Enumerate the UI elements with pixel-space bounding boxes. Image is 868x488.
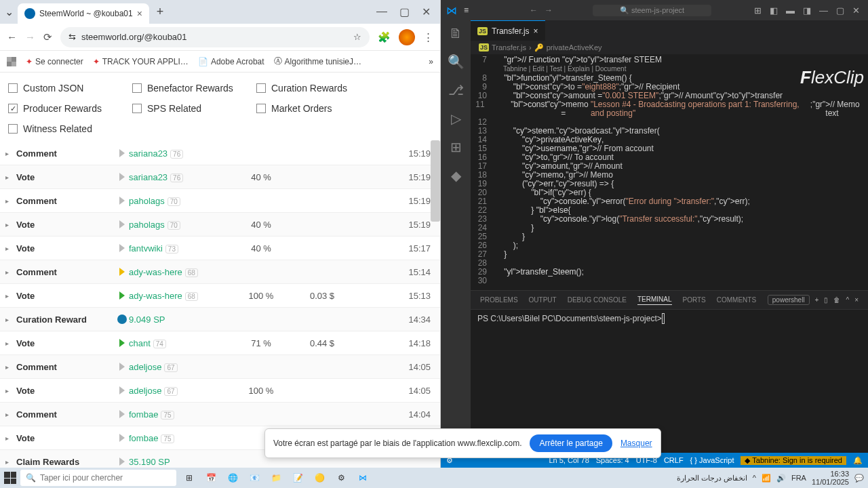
op-row[interactable]: ▸Commentpaholags7015:19 bbox=[0, 189, 440, 213]
bookmark-acrobat[interactable]: 📄Adobe Acrobat bbox=[198, 57, 264, 66]
app-chrome[interactable]: 🟡 bbox=[311, 469, 328, 487]
op-row[interactable]: ▸Curation Reward9.049 SP14:34 bbox=[0, 308, 440, 331]
app-unknown[interactable]: ⚙ bbox=[332, 469, 350, 487]
shell-label[interactable]: powershell bbox=[768, 295, 810, 305]
bookmarks-overflow-icon[interactable]: » bbox=[429, 57, 433, 66]
weather[interactable]: انخفاض درجات الحرارة bbox=[677, 474, 747, 483]
split-terminal-icon[interactable]: ▯ bbox=[824, 296, 828, 304]
op-row[interactable]: ▸Commentfombae7514:04 bbox=[0, 403, 440, 426]
tray-wifi-icon[interactable]: 📶 bbox=[762, 474, 771, 483]
maximize-icon[interactable]: ▢ bbox=[399, 5, 410, 18]
filter-sps[interactable]: SPS Related bbox=[128, 98, 252, 119]
apps-icon[interactable] bbox=[7, 57, 16, 66]
start-button[interactable] bbox=[4, 472, 16, 484]
tray-sound-icon[interactable]: 🔊 bbox=[776, 474, 786, 483]
app-outlook[interactable]: 📧 bbox=[245, 469, 263, 487]
app-explorer[interactable]: 📁 bbox=[267, 469, 285, 487]
tabnine-status[interactable]: ◆ Tabnine: Sign in is required bbox=[741, 456, 846, 465]
tab-output[interactable]: OUTPUT bbox=[529, 296, 557, 304]
url-field[interactable]: ⇆ steemworld.org/@kouba01 ☆ bbox=[60, 27, 370, 47]
close-icon[interactable]: ✕ bbox=[422, 5, 431, 18]
stop-share-button[interactable]: Arrêter le partage bbox=[530, 434, 612, 452]
source-control-icon[interactable]: ⎇ bbox=[448, 82, 464, 98]
nav-back-icon[interactable]: ← bbox=[530, 5, 538, 15]
lang-mode[interactable]: { } JavaScript bbox=[690, 456, 734, 465]
back-icon[interactable]: ← bbox=[7, 31, 17, 43]
menu-icon[interactable]: ⋮ bbox=[423, 31, 433, 43]
nav-forward-icon[interactable]: → bbox=[545, 5, 553, 15]
filter-witness[interactable]: Witness Related bbox=[4, 119, 128, 139]
notifications-icon[interactable]: 💬 bbox=[854, 474, 864, 483]
bookmark-algo[interactable]: ⒶAlgorithme tunisieJ… bbox=[274, 56, 361, 67]
op-row[interactable]: ▸Votefantvwiki7340 %15:17 bbox=[0, 237, 440, 260]
explorer-icon[interactable]: 🗎 bbox=[449, 26, 462, 41]
tray-up-icon[interactable]: ^ bbox=[753, 474, 756, 482]
breadcrumbs[interactable]: JSTransfer.js›🔑privateActiveKey bbox=[471, 41, 868, 54]
bookmark-star-icon[interactable]: ☆ bbox=[353, 32, 361, 42]
reload-icon[interactable]: ⟳ bbox=[43, 31, 52, 43]
tab-comments[interactable]: COMMENTS bbox=[717, 296, 756, 304]
minimize-icon[interactable]: — bbox=[816, 5, 831, 16]
extensions-icon[interactable]: ⊞ bbox=[450, 139, 462, 155]
codelens[interactable]: Tabnine | Edit | Test | Explain | Docume… bbox=[471, 64, 868, 74]
layout-icon[interactable]: ⊞ bbox=[751, 5, 764, 16]
new-tab-button[interactable]: + bbox=[152, 4, 168, 20]
op-row[interactable]: ▸Commentadeljose6714:05 bbox=[0, 355, 440, 379]
op-row[interactable]: ▸Commentsariana237615:19 bbox=[0, 142, 440, 165]
close-panel-icon[interactable]: × bbox=[854, 296, 859, 304]
menu-icon[interactable]: ≡ bbox=[464, 5, 469, 15]
forward-icon[interactable]: → bbox=[25, 31, 35, 43]
eol[interactable]: CRLF bbox=[664, 456, 684, 465]
panel-bottom-icon[interactable]: ▬ bbox=[783, 5, 797, 16]
bookmark-track[interactable]: ✦TRACK YOUR APPLI… bbox=[93, 57, 189, 66]
maximize-icon[interactable]: ▢ bbox=[833, 5, 847, 16]
site-info-icon[interactable]: ⇆ bbox=[68, 32, 76, 42]
task-view-icon[interactable]: ⊞ bbox=[180, 469, 198, 487]
minimize-icon[interactable]: — bbox=[376, 5, 387, 18]
maximize-panel-icon[interactable]: ^ bbox=[846, 296, 849, 304]
command-center[interactable]: 🔍 steem-js-project bbox=[593, 5, 711, 16]
app-notepad[interactable]: 📝 bbox=[289, 469, 307, 487]
panel-right-icon[interactable]: ◨ bbox=[800, 5, 814, 16]
op-row[interactable]: ▸Voteady-was-here68100 %0.03 $15:13 bbox=[0, 284, 440, 308]
filter-curation[interactable]: Curation Rewards bbox=[252, 78, 376, 98]
close-tab-icon[interactable]: × bbox=[534, 26, 538, 36]
tab-terminal[interactable]: TERMINAL bbox=[637, 296, 672, 305]
code-editor[interactable]: FlexClip 7 "gr">// Function "cy">to "yl"… bbox=[471, 54, 868, 290]
panel-left-icon[interactable]: ◧ bbox=[767, 5, 781, 16]
profile-avatar[interactable] bbox=[399, 29, 415, 45]
app-calendar[interactable]: 📅 bbox=[202, 469, 220, 487]
bookmark-connect[interactable]: ✦Se connecter bbox=[26, 57, 83, 66]
op-row[interactable]: ▸Votechant7471 %0.44 $14:18 bbox=[0, 331, 440, 355]
hide-share-button[interactable]: Masquer bbox=[620, 439, 652, 448]
trash-icon[interactable]: 🗑 bbox=[833, 296, 840, 304]
tab-ports[interactable]: PORTS bbox=[683, 296, 706, 304]
filter-custom-json[interactable]: Custom JSON bbox=[4, 78, 128, 98]
app-vscode[interactable]: ⋈ bbox=[354, 469, 372, 487]
clock[interactable]: 16:3311/01/2025 bbox=[812, 470, 849, 486]
tab-list-button[interactable]: ⌄ bbox=[3, 6, 15, 18]
close-tab-icon[interactable]: × bbox=[137, 8, 142, 19]
op-row[interactable]: ▸Votesariana237640 %15:19 bbox=[0, 165, 440, 189]
tab-debug[interactable]: DEBUG CONSOLE bbox=[568, 296, 627, 304]
new-terminal-icon[interactable]: + bbox=[815, 296, 819, 304]
notifications-icon[interactable]: 🔔 bbox=[853, 456, 863, 465]
scrollbar[interactable] bbox=[431, 140, 440, 222]
tabnine-icon[interactable]: ◆ bbox=[451, 167, 461, 184]
search-icon[interactable]: 🔍 bbox=[448, 54, 465, 70]
taskbar-search[interactable]: 🔍 Taper ici pour chercher bbox=[20, 470, 176, 486]
op-row[interactable]: ▸Commentady-was-here6815:14 bbox=[0, 260, 440, 284]
editor-tab[interactable]: JS Transfer.js × bbox=[471, 20, 545, 41]
filter-benefactor[interactable]: Benefactor Rewards bbox=[128, 78, 252, 98]
filter-market[interactable]: Market Orders bbox=[252, 98, 376, 119]
filter-producer[interactable]: Producer Rewards bbox=[4, 98, 128, 119]
app-edge[interactable]: 🌐 bbox=[224, 469, 241, 487]
extensions-icon[interactable]: 🧩 bbox=[378, 31, 391, 43]
browser-tab[interactable]: SteemWorld ~ @kouba01 × bbox=[18, 3, 149, 24]
tray-lang[interactable]: FRA bbox=[791, 474, 806, 482]
close-icon[interactable]: ✕ bbox=[850, 5, 863, 16]
debug-icon[interactable]: ▷ bbox=[451, 110, 461, 127]
tab-problems[interactable]: PROBLEMS bbox=[480, 296, 518, 304]
op-row[interactable]: ▸Voteadeljose67100 %14:05 bbox=[0, 379, 440, 403]
op-row[interactable]: ▸Votepaholags7040 %15:19 bbox=[0, 213, 440, 237]
